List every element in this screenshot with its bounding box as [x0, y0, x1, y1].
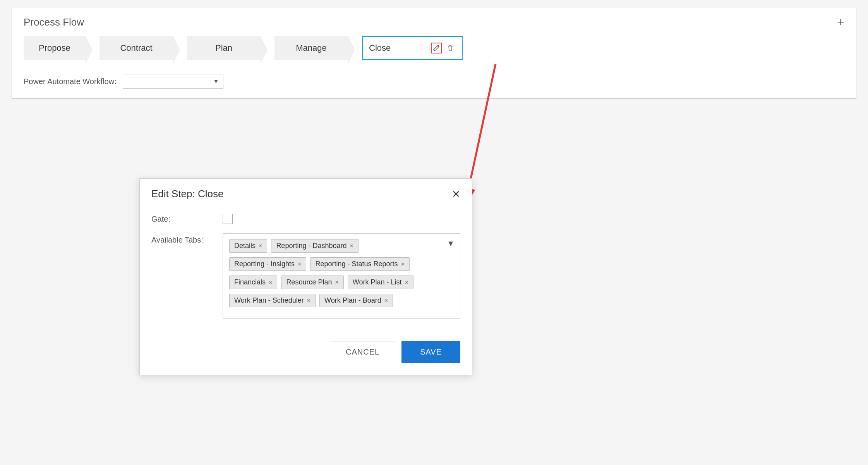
tabs-container: ▼ Details × Reporting - Dashboard × Repo — [223, 233, 460, 319]
step-close-icons — [431, 43, 456, 53]
tab-chip-reporting-insights[interactable]: Reporting - Insights × — [229, 257, 306, 271]
tab-chip-resource-plan[interactable]: Resource Plan × — [281, 276, 343, 289]
process-flow-header: Process Flow + — [12, 8, 856, 32]
tab-chip-workplan-scheduler-remove[interactable]: × — [307, 298, 310, 304]
step-propose-label: Propose — [39, 43, 70, 53]
process-flow-steps: Propose Contract Plan Manage Close — [24, 36, 844, 60]
dialog-header: Edit Step: Close ✕ — [140, 179, 472, 206]
tab-chip-reporting-dashboard-label: Reporting - Dashboard — [276, 242, 347, 250]
tab-chip-workplan-list[interactable]: Work Plan - List × — [348, 276, 413, 289]
gate-checkbox[interactable] — [223, 214, 233, 224]
edit-step-dialog: Edit Step: Close ✕ Gate: Available Tabs:… — [139, 178, 472, 375]
workflow-select[interactable] — [123, 74, 223, 89]
tabs-row-3: Financials × Resource Plan × Work Plan -… — [229, 276, 454, 289]
tab-chip-workplan-board-remove[interactable]: × — [384, 298, 388, 304]
step-contract[interactable]: Contract — [99, 36, 173, 60]
tabs-dropdown-icon[interactable]: ▼ — [447, 239, 455, 248]
tab-chip-financials-remove[interactable]: × — [269, 279, 272, 286]
tab-chip-reporting-dashboard-remove[interactable]: × — [350, 243, 353, 249]
dialog-title: Edit Step: Close — [151, 188, 223, 200]
dialog-footer: CANCEL SAVE — [140, 337, 472, 375]
cancel-button[interactable]: CANCEL — [330, 341, 395, 363]
main-container: Process Flow + Propose Contract Plan Man… — [12, 8, 856, 99]
tab-chip-resource-plan-remove[interactable]: × — [335, 279, 338, 286]
tab-chip-workplan-list-label: Work Plan - List — [353, 278, 402, 286]
gate-label: Gate: — [151, 212, 213, 224]
tab-chip-details[interactable]: Details × — [229, 239, 267, 253]
dialog-body: Gate: Available Tabs: ▼ Details × Report… — [140, 206, 472, 337]
tab-chip-reporting-status-label: Reporting - Status Reports — [315, 260, 398, 268]
tab-chip-resource-plan-label: Resource Plan — [286, 278, 332, 286]
tabs-row-1: Details × Reporting - Dashboard × — [229, 239, 454, 253]
gate-row: Gate: — [151, 212, 460, 224]
tab-chip-details-remove[interactable]: × — [259, 243, 262, 249]
step-contract-label: Contract — [120, 43, 152, 53]
step-edit-icon[interactable] — [431, 43, 442, 53]
tab-chip-financials-label: Financials — [234, 278, 266, 286]
step-close-label: Close — [369, 43, 391, 53]
available-tabs-label: Available Tabs: — [151, 233, 213, 245]
step-plan[interactable]: Plan — [187, 36, 261, 60]
workflow-row: Power Automate Workflow: — [12, 68, 856, 98]
tab-chip-workplan-scheduler[interactable]: Work Plan - Scheduler × — [229, 294, 316, 307]
tab-chip-reporting-status[interactable]: Reporting - Status Reports × — [310, 257, 409, 271]
step-close-active: Close — [362, 36, 463, 60]
step-delete-icon[interactable] — [445, 43, 456, 53]
step-propose[interactable]: Propose — [24, 36, 86, 60]
dialog-close-button[interactable]: ✕ — [452, 189, 460, 199]
tabs-row-2: Reporting - Insights × Reporting - Statu… — [229, 257, 454, 271]
step-manage-label: Manage — [296, 43, 327, 53]
tab-chip-reporting-dashboard[interactable]: Reporting - Dashboard × — [271, 239, 358, 253]
tab-chip-details-label: Details — [234, 242, 256, 250]
process-flow-title: Process Flow — [24, 16, 84, 28]
tab-chip-workplan-list-remove[interactable]: × — [405, 279, 408, 286]
save-button[interactable]: SAVE — [401, 341, 460, 363]
workflow-label: Power Automate Workflow: — [24, 77, 117, 86]
workflow-select-wrapper[interactable] — [123, 74, 223, 89]
available-tabs-row: Available Tabs: ▼ Details × Reporting - … — [151, 233, 460, 319]
add-step-button[interactable]: + — [837, 16, 844, 28]
tab-chip-financials[interactable]: Financials × — [229, 276, 277, 289]
step-manage[interactable]: Manage — [274, 36, 348, 60]
tab-chip-reporting-insights-remove[interactable]: × — [298, 261, 301, 267]
tab-chip-workplan-scheduler-label: Work Plan - Scheduler — [234, 296, 304, 305]
step-plan-label: Plan — [215, 43, 232, 53]
tabs-row-4: Work Plan - Scheduler × Work Plan - Boar… — [229, 294, 454, 307]
tab-chip-workplan-board-label: Work Plan - Board — [324, 296, 381, 305]
tab-chip-reporting-status-remove[interactable]: × — [401, 261, 405, 267]
tab-chip-workplan-board[interactable]: Work Plan - Board × — [319, 294, 393, 307]
tab-chip-reporting-insights-label: Reporting - Insights — [234, 260, 295, 268]
section-divider — [12, 98, 856, 98]
